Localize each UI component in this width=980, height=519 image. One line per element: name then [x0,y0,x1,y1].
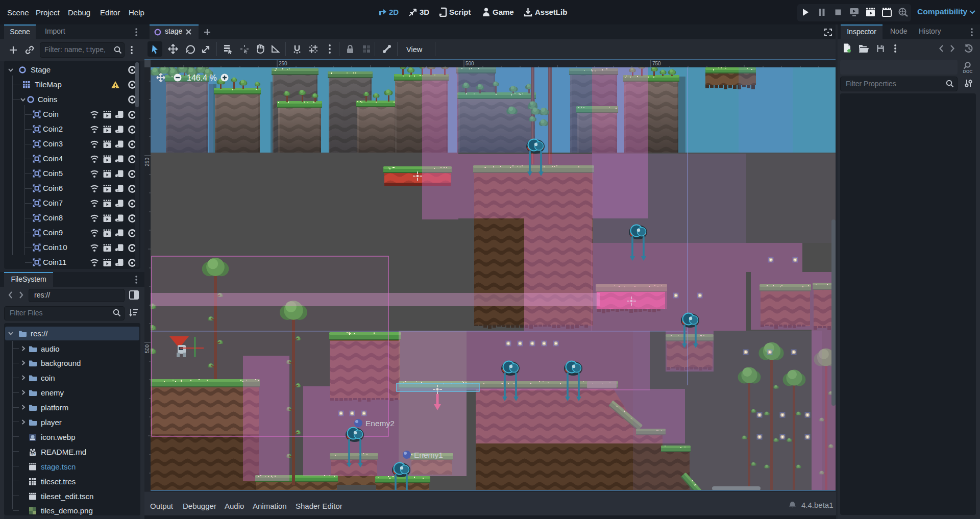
svg-text:250: 250 [144,158,150,166]
svg-text:500: 500 [144,344,150,353]
svg-text:Enemy1: Enemy1 [414,451,443,459]
svg-text:500: 500 [465,61,474,66]
svg-text:DOC: DOC [963,69,973,74]
svg-text:146.4 %: 146.4 % [187,73,217,82]
svg-text:Enemy2: Enemy2 [365,419,395,428]
svg-text:TXT: TXT [31,453,35,456]
svg-text:750: 750 [652,61,661,66]
svg-text:250: 250 [279,61,287,66]
